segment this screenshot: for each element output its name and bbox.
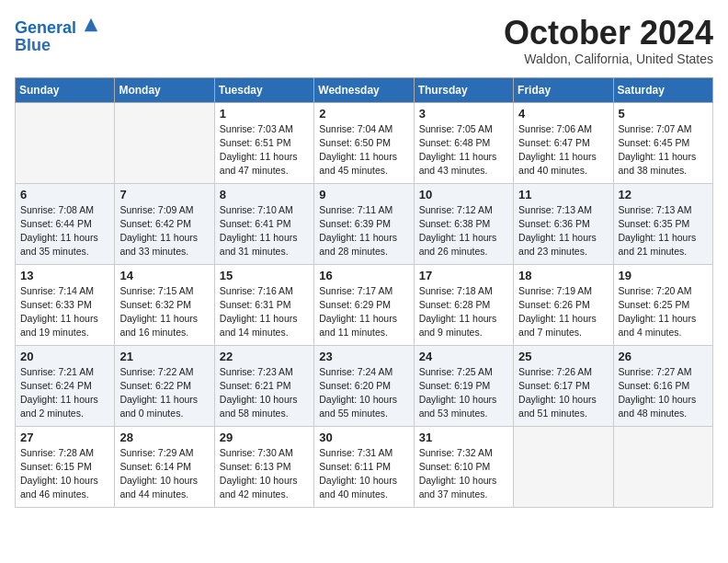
week-row-5: 27Sunrise: 7:28 AM Sunset: 6:15 PM Dayli… — [16, 426, 713, 507]
day-number: 22 — [220, 350, 309, 363]
title-area: October 2024 Waldon, California, United … — [504, 15, 713, 66]
day-detail: Sunrise: 7:11 AM Sunset: 6:39 PM Dayligh… — [319, 203, 408, 259]
day-detail: Sunrise: 7:20 AM Sunset: 6:25 PM Dayligh… — [619, 284, 708, 340]
day-number: 1 — [220, 107, 309, 121]
day-number: 7 — [119, 188, 209, 201]
calendar-cell: 12Sunrise: 7:13 AM Sunset: 6:35 PM Dayli… — [613, 183, 712, 264]
day-detail: Sunrise: 7:29 AM Sunset: 6:14 PM Dayligh… — [119, 446, 209, 502]
day-detail: Sunrise: 7:03 AM Sunset: 6:51 PM Dayligh… — [220, 122, 309, 178]
svg-marker-0 — [85, 18, 97, 31]
header-friday: Friday — [514, 77, 613, 102]
day-detail: Sunrise: 7:31 AM Sunset: 6:11 PM Dayligh… — [319, 446, 408, 502]
header-sunday: Sunday — [16, 77, 115, 102]
day-detail: Sunrise: 7:13 AM Sunset: 6:35 PM Dayligh… — [619, 203, 708, 259]
day-detail: Sunrise: 7:30 AM Sunset: 6:13 PM Dayligh… — [220, 446, 309, 502]
day-number: 13 — [20, 269, 109, 282]
day-number: 24 — [419, 350, 508, 363]
day-detail: Sunrise: 7:22 AM Sunset: 6:22 PM Dayligh… — [119, 365, 209, 421]
day-detail: Sunrise: 7:04 AM Sunset: 6:50 PM Dayligh… — [319, 122, 408, 178]
calendar-cell: 27Sunrise: 7:28 AM Sunset: 6:15 PM Dayli… — [16, 426, 115, 507]
header-saturday: Saturday — [613, 77, 712, 102]
day-detail: Sunrise: 7:13 AM Sunset: 6:36 PM Dayligh… — [518, 203, 608, 259]
calendar-cell: 28Sunrise: 7:29 AM Sunset: 6:14 PM Dayli… — [115, 426, 214, 507]
day-number: 19 — [619, 269, 708, 282]
header-tuesday: Tuesday — [214, 77, 313, 102]
day-detail: Sunrise: 7:14 AM Sunset: 6:33 PM Dayligh… — [20, 284, 109, 340]
day-detail: Sunrise: 7:24 AM Sunset: 6:20 PM Dayligh… — [319, 365, 408, 421]
day-number: 4 — [518, 107, 608, 121]
calendar-cell: 6Sunrise: 7:08 AM Sunset: 6:44 PM Daylig… — [16, 183, 115, 264]
day-detail: Sunrise: 7:08 AM Sunset: 6:44 PM Dayligh… — [20, 203, 109, 259]
calendar-cell: 29Sunrise: 7:30 AM Sunset: 6:13 PM Dayli… — [214, 426, 313, 507]
day-number: 3 — [419, 107, 508, 121]
calendar-cell: 30Sunrise: 7:31 AM Sunset: 6:11 PM Dayli… — [314, 426, 414, 507]
week-row-3: 13Sunrise: 7:14 AM Sunset: 6:33 PM Dayli… — [16, 264, 713, 345]
week-row-2: 6Sunrise: 7:08 AM Sunset: 6:44 PM Daylig… — [16, 183, 713, 264]
month-title: October 2024 — [504, 15, 713, 52]
day-detail: Sunrise: 7:25 AM Sunset: 6:19 PM Dayligh… — [419, 365, 508, 421]
day-number: 29 — [220, 431, 309, 444]
day-number: 5 — [619, 107, 708, 121]
header-monday: Monday — [115, 77, 214, 102]
calendar-cell: 1Sunrise: 7:03 AM Sunset: 6:51 PM Daylig… — [214, 102, 313, 183]
calendar-cell — [115, 102, 214, 183]
calendar-cell: 13Sunrise: 7:14 AM Sunset: 6:33 PM Dayli… — [16, 264, 115, 345]
logo-line2: Blue — [15, 36, 99, 55]
calendar-cell: 8Sunrise: 7:10 AM Sunset: 6:41 PM Daylig… — [214, 183, 313, 264]
day-number: 14 — [119, 269, 209, 282]
logo-icon — [83, 17, 99, 33]
calendar-cell: 19Sunrise: 7:20 AM Sunset: 6:25 PM Dayli… — [613, 264, 712, 345]
day-number: 20 — [20, 350, 109, 363]
header-thursday: Thursday — [414, 77, 513, 102]
calendar-cell — [16, 102, 115, 183]
day-detail: Sunrise: 7:21 AM Sunset: 6:24 PM Dayligh… — [20, 365, 109, 421]
calendar-cell: 24Sunrise: 7:25 AM Sunset: 6:19 PM Dayli… — [414, 345, 513, 426]
day-detail: Sunrise: 7:27 AM Sunset: 6:16 PM Dayligh… — [619, 365, 708, 421]
calendar-cell — [514, 426, 613, 507]
calendar-cell: 21Sunrise: 7:22 AM Sunset: 6:22 PM Dayli… — [115, 345, 214, 426]
calendar-cell: 11Sunrise: 7:13 AM Sunset: 6:36 PM Dayli… — [514, 183, 613, 264]
calendar-header-row: SundayMondayTuesdayWednesdayThursdayFrid… — [16, 77, 713, 102]
day-number: 15 — [220, 269, 309, 282]
week-row-4: 20Sunrise: 7:21 AM Sunset: 6:24 PM Dayli… — [16, 345, 713, 426]
calendar-cell: 15Sunrise: 7:16 AM Sunset: 6:31 PM Dayli… — [214, 264, 313, 345]
day-detail: Sunrise: 7:26 AM Sunset: 6:17 PM Dayligh… — [518, 365, 608, 421]
calendar-cell — [613, 426, 712, 507]
calendar-cell: 14Sunrise: 7:15 AM Sunset: 6:32 PM Dayli… — [115, 264, 214, 345]
day-number: 25 — [518, 350, 608, 363]
day-number: 17 — [419, 269, 508, 282]
day-detail: Sunrise: 7:12 AM Sunset: 6:38 PM Dayligh… — [419, 203, 508, 259]
calendar-cell: 18Sunrise: 7:19 AM Sunset: 6:26 PM Dayli… — [514, 264, 613, 345]
page-header: General Blue October 2024 Waldon, Califo… — [15, 15, 713, 66]
day-number: 27 — [20, 431, 109, 444]
header-wednesday: Wednesday — [314, 77, 414, 102]
day-detail: Sunrise: 7:19 AM Sunset: 6:26 PM Dayligh… — [518, 284, 608, 340]
day-number: 18 — [518, 269, 608, 282]
calendar-cell: 10Sunrise: 7:12 AM Sunset: 6:38 PM Dayli… — [414, 183, 513, 264]
day-number: 30 — [319, 431, 408, 444]
day-number: 21 — [119, 350, 209, 363]
day-detail: Sunrise: 7:16 AM Sunset: 6:31 PM Dayligh… — [220, 284, 309, 340]
day-number: 16 — [319, 269, 408, 282]
day-number: 8 — [220, 188, 309, 201]
calendar-cell: 3Sunrise: 7:05 AM Sunset: 6:48 PM Daylig… — [414, 102, 513, 183]
day-number: 12 — [619, 188, 708, 201]
day-detail: Sunrise: 7:28 AM Sunset: 6:15 PM Dayligh… — [20, 446, 109, 502]
calendar-cell: 7Sunrise: 7:09 AM Sunset: 6:42 PM Daylig… — [115, 183, 214, 264]
day-detail: Sunrise: 7:32 AM Sunset: 6:10 PM Dayligh… — [419, 446, 508, 502]
day-number: 6 — [20, 188, 109, 201]
day-detail: Sunrise: 7:06 AM Sunset: 6:47 PM Dayligh… — [518, 122, 608, 178]
location: Waldon, California, United States — [504, 52, 713, 66]
calendar-cell: 5Sunrise: 7:07 AM Sunset: 6:45 PM Daylig… — [613, 102, 712, 183]
calendar-cell: 25Sunrise: 7:26 AM Sunset: 6:17 PM Dayli… — [514, 345, 613, 426]
day-number: 31 — [419, 431, 508, 444]
calendar-cell: 26Sunrise: 7:27 AM Sunset: 6:16 PM Dayli… — [613, 345, 712, 426]
day-detail: Sunrise: 7:23 AM Sunset: 6:21 PM Dayligh… — [220, 365, 309, 421]
calendar-cell: 22Sunrise: 7:23 AM Sunset: 6:21 PM Dayli… — [214, 345, 313, 426]
day-number: 26 — [619, 350, 708, 363]
calendar-cell: 16Sunrise: 7:17 AM Sunset: 6:29 PM Dayli… — [314, 264, 414, 345]
calendar-cell: 4Sunrise: 7:06 AM Sunset: 6:47 PM Daylig… — [514, 102, 613, 183]
day-detail: Sunrise: 7:09 AM Sunset: 6:42 PM Dayligh… — [119, 203, 209, 259]
logo: General Blue — [15, 15, 99, 55]
calendar-cell: 23Sunrise: 7:24 AM Sunset: 6:20 PM Dayli… — [314, 345, 414, 426]
